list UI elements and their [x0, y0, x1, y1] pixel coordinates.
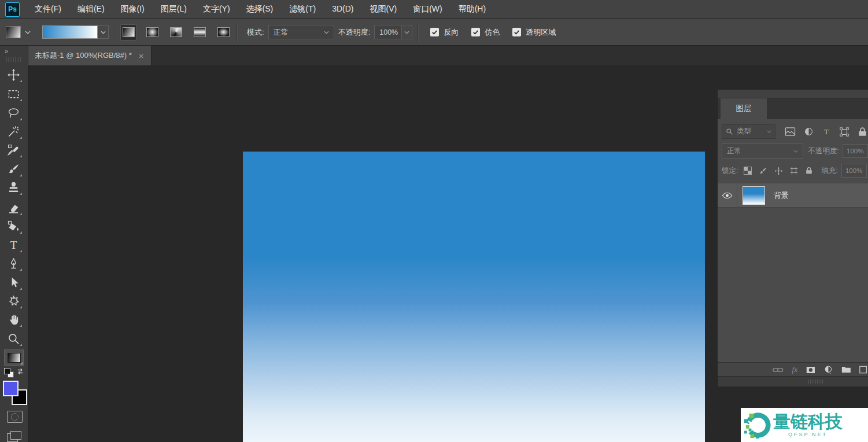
- add-layer-mask-icon[interactable]: [806, 366, 815, 374]
- type-layer-filter-icon[interactable]: T: [822, 127, 831, 137]
- lock-position-icon[interactable]: [774, 167, 783, 175]
- lock-artboard-icon[interactable]: [790, 167, 798, 175]
- foreground-color-swatch[interactable]: [3, 381, 19, 396]
- type-tool[interactable]: T: [7, 238, 21, 252]
- menu-file[interactable]: 文件(F): [35, 4, 61, 14]
- layer-blend-mode-select[interactable]: 正常: [722, 143, 803, 159]
- move-tool[interactable]: [7, 68, 21, 82]
- rectangular-marquee-tool[interactable]: [7, 87, 21, 101]
- layer-opacity-input[interactable]: 100%: [843, 144, 868, 158]
- collapse-panel-button[interactable]: »: [5, 47, 7, 54]
- angle-gradient-button[interactable]: [168, 24, 184, 40]
- gradient-preview: [42, 25, 98, 39]
- default-colors-button[interactable]: [4, 368, 14, 378]
- panel-resize-strip[interactable]: [718, 376, 868, 386]
- opacity-label: 不透明度:: [338, 27, 371, 38]
- menu-image[interactable]: 图像(I): [121, 4, 145, 14]
- new-group-icon[interactable]: [841, 366, 851, 374]
- menu-bar: Ps 文件(F) 编辑(E) 图像(I) 图层(L) 文字(Y) 选择(S) 滤…: [0, 0, 868, 19]
- document-canvas[interactable]: [243, 152, 705, 442]
- lock-transparent-icon[interactable]: [744, 167, 752, 175]
- quick-mask-button[interactable]: [7, 411, 23, 423]
- close-icon[interactable]: ×: [139, 51, 144, 60]
- shape-layer-filter-icon[interactable]: [839, 127, 849, 137]
- tab-layers[interactable]: 图层: [721, 98, 767, 119]
- link-layers-icon[interactable]: [773, 366, 784, 374]
- lock-all-icon[interactable]: [805, 167, 813, 175]
- gradient-picker[interactable]: [42, 25, 109, 39]
- menu-type[interactable]: 文字(Y): [203, 4, 230, 14]
- panel-grip[interactable]: [6, 57, 21, 62]
- menu-help[interactable]: 帮助(H): [459, 4, 486, 14]
- diamond-gradient-icon: [217, 27, 230, 37]
- layer-blend-mode-value: 正常: [727, 146, 741, 156]
- eye-icon: [722, 191, 733, 200]
- lasso-tool[interactable]: [7, 106, 21, 120]
- layer-style-fx-icon[interactable]: fx: [792, 365, 797, 374]
- layer-filter-icons: T: [785, 127, 868, 137]
- zoom-tool[interactable]: [7, 332, 21, 346]
- lock-buttons: [744, 167, 813, 175]
- menu-edit[interactable]: 编辑(E): [77, 4, 105, 14]
- eraser-tool[interactable]: [7, 201, 21, 215]
- panel-drag-bar[interactable]: [718, 90, 868, 98]
- linear-gradient-button[interactable]: [120, 24, 136, 40]
- brush-tool[interactable]: [7, 163, 21, 176]
- layer-fill-input[interactable]: 100%: [841, 164, 867, 178]
- magic-wand-tool[interactable]: [7, 125, 21, 139]
- radial-gradient-button[interactable]: [144, 24, 160, 40]
- reverse-checkbox[interactable]: 反向: [430, 27, 459, 38]
- photoshop-logo: Ps: [5, 2, 20, 17]
- pixel-layer-filter-icon[interactable]: [785, 127, 796, 137]
- default-foreground-swatch: [4, 368, 10, 374]
- menu-select[interactable]: 选择(S): [246, 4, 274, 14]
- chevron-down-icon: [324, 31, 329, 34]
- watermark-text: 量链科技 QFSP.NET: [773, 413, 843, 437]
- filter-type-label: 类型: [737, 127, 751, 137]
- transparency-checkbox[interactable]: 透明区域: [512, 27, 556, 38]
- screen-mode-button[interactable]: [7, 431, 21, 441]
- custom-shape-tool[interactable]: [7, 294, 21, 308]
- menu-window[interactable]: 窗口(W): [413, 4, 442, 14]
- watermark-logo-icon: [744, 411, 771, 439]
- layer-visibility-toggle[interactable]: [718, 183, 737, 207]
- diamond-gradient-button[interactable]: [215, 24, 231, 40]
- hand-tool[interactable]: [7, 313, 21, 327]
- layer-thumbnail[interactable]: [743, 186, 765, 205]
- gradient-tool[interactable]: [4, 349, 24, 366]
- gradient-picker-dropdown[interactable]: [98, 25, 109, 39]
- tool-preset-picker[interactable]: [6, 26, 31, 38]
- dither-checkbox[interactable]: 仿色: [471, 27, 500, 38]
- path-select-tool[interactable]: [7, 276, 21, 290]
- menu-layer[interactable]: 图层(L): [161, 4, 187, 14]
- pen-tool[interactable]: [7, 257, 21, 271]
- clone-stamp-tool[interactable]: [7, 181, 21, 195]
- eyedropper-tool[interactable]: [7, 143, 21, 157]
- opacity-input[interactable]: 100%: [374, 25, 402, 39]
- new-layer-icon[interactable]: [859, 366, 868, 374]
- menu-3d[interactable]: 3D(D): [332, 4, 353, 14]
- smart-object-filter-icon[interactable]: [858, 127, 868, 137]
- paint-bucket-tool[interactable]: [7, 220, 21, 234]
- gradient-type-buttons: [120, 24, 231, 40]
- new-adjustment-layer-icon[interactable]: [824, 365, 833, 374]
- dither-label: 仿色: [485, 27, 500, 38]
- svg-text:T: T: [10, 239, 17, 251]
- reflected-gradient-button[interactable]: [191, 24, 208, 40]
- tool-options-bar: 模式: 正常 不透明度: 100% 反向 仿色 透明区域: [0, 19, 868, 46]
- opacity-dropdown[interactable]: [402, 25, 412, 39]
- layer-name: 背景: [774, 190, 789, 201]
- lock-paint-icon[interactable]: [759, 167, 767, 175]
- gradient-tool-icon: [8, 353, 21, 363]
- blend-mode-select[interactable]: 正常: [268, 25, 334, 39]
- menu-filter[interactable]: 滤镜(T): [289, 4, 316, 14]
- filter-type-select[interactable]: 类型: [722, 124, 775, 139]
- layer-row-background[interactable]: 背景: [718, 183, 868, 208]
- menu-view[interactable]: 视图(V): [370, 4, 397, 14]
- document-tab[interactable]: 未标题-1 @ 100%(RGB/8#) * ×: [28, 46, 152, 65]
- gradient-preset-thumbnail: [6, 26, 21, 38]
- separator: [418, 23, 419, 42]
- checkbox-checked-icon: [430, 28, 439, 36]
- adjustment-layer-filter-icon[interactable]: [804, 127, 814, 137]
- swap-colors-button[interactable]: [16, 367, 24, 375]
